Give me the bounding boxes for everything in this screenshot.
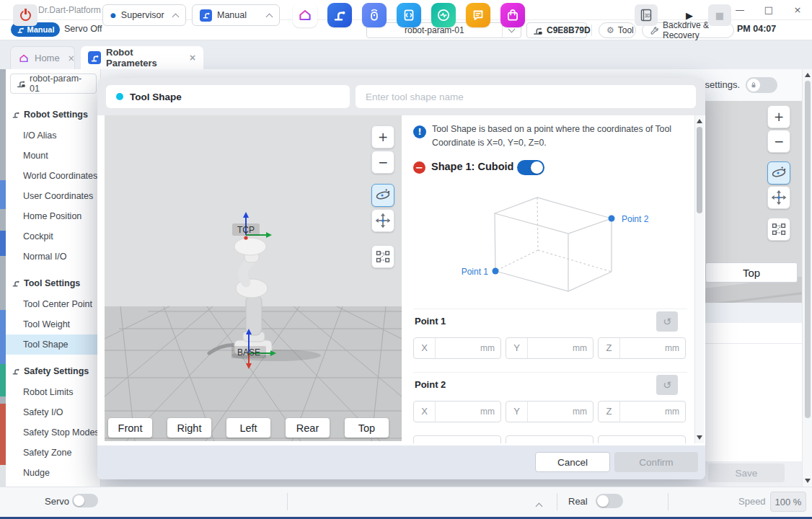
zoom-in-button[interactable]: + [371, 125, 394, 148]
role-select[interactable]: ● Supervisor [102, 4, 186, 26]
speed-value[interactable]: 100 % [770, 492, 806, 512]
bg-zoom-out-button[interactable]: − [767, 130, 790, 153]
sidebar-item-normal-io[interactable]: Normal I/O [6, 247, 101, 267]
gear-icon: ⚙ [606, 25, 614, 35]
view-front-button[interactable]: Front [108, 418, 152, 438]
view-left-button[interactable]: Left [226, 418, 270, 438]
point1-x-field: Xmm [413, 337, 501, 359]
role-select-value: Supervisor [121, 10, 164, 20]
point1-z-input[interactable] [620, 339, 665, 358]
zoom-out-button[interactable]: − [371, 151, 394, 174]
point2-heading: Point 2 [415, 379, 446, 390]
main-scrollbar[interactable] [802, 69, 812, 487]
view-buttons-row: Front Right Left Rear Top [105, 418, 402, 438]
point1-z-field: Zmm [598, 337, 686, 359]
status-bar [0, 487, 812, 517]
rotate-view-button[interactable] [371, 184, 394, 207]
pan-view-button[interactable] [371, 209, 394, 232]
device-id-badge[interactable]: C9E8B79D [526, 22, 587, 38]
app-tasks-icon[interactable] [466, 3, 490, 27]
apps-collapse-chevron[interactable] [537, 499, 542, 512]
section-robot-settings: Robot Settings [6, 104, 101, 125]
sidebar-item-safety-stop-modes[interactable]: Safety Stop Modes [6, 422, 101, 443]
sidebar-item-mount[interactable]: Mount [6, 146, 101, 166]
close-button[interactable]: × [783, 1, 812, 19]
sidebar-item-safety-io[interactable]: Safety I/O [6, 402, 101, 422]
point1-x-input[interactable] [436, 339, 480, 358]
shape-1-toggle[interactable] [517, 160, 544, 175]
tab-home[interactable]: Home × [10, 46, 75, 69]
remove-shape-icon[interactable]: − [413, 161, 425, 174]
point2-z-input[interactable] [620, 402, 665, 421]
tab-home-close-icon[interactable]: × [68, 53, 75, 63]
clock-text: PM 04:07 [737, 24, 776, 34]
sidebar-item-tool-weight[interactable]: Tool Weight [6, 314, 101, 334]
real-toggle[interactable] [596, 494, 623, 508]
settings-lock-toggle[interactable] [746, 77, 777, 93]
viewer-3d-button[interactable]: 3D [635, 4, 658, 26]
sidebar-item-cockpit[interactable]: Cockpit [6, 226, 101, 247]
tab-robot-parameters-close-icon[interactable]: × [189, 53, 196, 63]
point2-y-input[interactable] [528, 402, 573, 421]
lock-icon [747, 79, 760, 92]
point1-y-field: Ymm [506, 337, 593, 359]
bg-zoom-in-button[interactable]: + [767, 105, 790, 128]
point1-reset-button[interactable]: ↺ [656, 311, 678, 332]
sidebar-param-name: robot-param-01 [30, 74, 91, 94]
sidebar-item-io-alias[interactable]: I/O Alias [6, 125, 101, 146]
robot-icon [12, 367, 20, 376]
tool-shape-name-input[interactable] [356, 85, 696, 108]
sidebar-item-safety-zone[interactable]: Safety Zone [6, 443, 101, 463]
bg-pan-view-button[interactable] [767, 186, 790, 209]
cancel-button[interactable]: Cancel [535, 452, 610, 472]
parameters-sidebar: robot-param-01 Robot Settings I/O Alias … [6, 69, 101, 487]
view-top-button[interactable]: Top [345, 418, 389, 438]
point2-reset-button[interactable]: ↺ [656, 375, 678, 395]
servo-toggle[interactable] [72, 494, 98, 507]
maximize-button[interactable]: □ [754, 1, 783, 19]
robot-arm-icon [17, 26, 25, 34]
view-right-button[interactable]: Right [167, 418, 211, 438]
tool-button[interactable]: ⚙ Tool [599, 22, 636, 38]
power-button[interactable] [13, 4, 37, 26]
app-code-icon[interactable] [397, 3, 421, 27]
section-tool-settings: Tool Settings [6, 272, 101, 294]
app-robot-params-icon[interactable] [327, 3, 352, 27]
home-icon [18, 53, 30, 64]
bg-view-top-button[interactable]: Top [705, 262, 798, 283]
play-button[interactable]: ▶ [678, 4, 701, 26]
servo-status-text: Servo Off [64, 24, 102, 34]
sidebar-item-user-coordinates[interactable]: User Coordinates [6, 186, 101, 206]
app-store-icon[interactable] [500, 3, 525, 27]
stop-button[interactable]: ■ [708, 4, 731, 26]
tab-robot-parameters[interactable]: Robot Parameters × [81, 46, 203, 69]
app-monitor-icon[interactable] [431, 3, 456, 27]
sidebar-item-home-position[interactable]: Home Position [6, 206, 101, 226]
dr-dart-platform-window: Dr.Dart-Platform — □ × Manual Servo Off … [0, 0, 812, 519]
sidebar-item-nudge[interactable]: Nudge [6, 463, 101, 483]
app-home-icon[interactable] [293, 3, 317, 27]
bg-measure-button[interactable] [767, 218, 790, 241]
panel-scrollbar[interactable] [694, 115, 704, 443]
tool-shape-dialog: Tool Shape [97, 78, 705, 479]
tab-bar: Home × Robot Parameters × [0, 40, 812, 69]
robot-3d-viewport[interactable]: TCP BASE + − Front Right [105, 115, 402, 441]
point2-z-field: Zmm [598, 401, 686, 422]
sidebar-item-robot-limits[interactable]: Robot Limits [6, 382, 101, 402]
robot-icon [12, 279, 20, 288]
sidebar-item-world-coordinates[interactable]: World Coordinates [6, 166, 101, 186]
sidebar-item-tool-center-point[interactable]: Tool Center Point [6, 294, 101, 314]
mode-select-value: Manual [217, 10, 247, 20]
point1-y-input[interactable] [528, 339, 573, 358]
point2-x-input[interactable] [436, 402, 480, 421]
view-rear-button[interactable]: Rear [286, 418, 330, 438]
save-button[interactable]: Save [708, 463, 785, 482]
real-label: Real [568, 496, 588, 507]
confirm-button[interactable]: Confirm [614, 452, 698, 472]
measure-button[interactable] [371, 245, 394, 268]
mode-select[interactable]: Manual [192, 4, 280, 26]
bg-rotate-view-button[interactable] [767, 161, 790, 185]
app-remote-icon[interactable] [362, 3, 387, 27]
sidebar-param-header[interactable]: robot-param-01 [10, 74, 97, 94]
sidebar-item-tool-shape[interactable]: Tool Shape [6, 334, 101, 355]
